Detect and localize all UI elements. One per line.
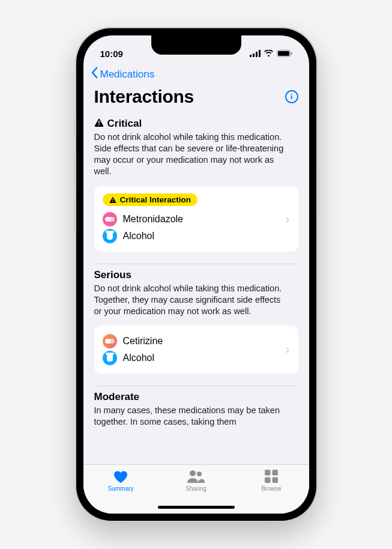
chevron-left-icon xyxy=(91,67,98,82)
medication-name: Alcohol xyxy=(123,231,154,241)
svg-point-10 xyxy=(112,201,113,201)
svg-point-8 xyxy=(98,124,100,126)
tab-summary[interactable]: Summary xyxy=(83,469,158,514)
info-icon: i xyxy=(291,92,293,102)
medication-row: Cetirizine xyxy=(103,333,286,350)
svg-rect-3 xyxy=(259,50,261,57)
interaction-card[interactable]: Critical Interaction Metronidazole Alcoh… xyxy=(94,186,298,252)
battery-icon xyxy=(277,49,292,59)
svg-rect-6 xyxy=(291,52,292,55)
svg-rect-9 xyxy=(112,198,113,201)
medication-row: Alcohol xyxy=(103,228,286,244)
interaction-card[interactable]: Cetirizine Alcohol › xyxy=(94,326,298,374)
section-heading: Serious xyxy=(94,269,131,281)
chevron-right-icon: › xyxy=(286,342,290,356)
svg-rect-0 xyxy=(250,55,252,57)
volume-up xyxy=(74,154,76,189)
section-description: In many cases, these medications may be … xyxy=(94,405,298,428)
section-description: Do not drink alcohol while taking this m… xyxy=(94,132,298,178)
screen: 10:09 Medications Interactions xyxy=(83,35,309,514)
phone-frame: 10:09 Medications Interactions xyxy=(76,28,316,521)
svg-point-11 xyxy=(190,470,196,476)
home-indicator[interactable] xyxy=(158,506,235,509)
tab-label: Sharing xyxy=(185,485,206,492)
power-button xyxy=(316,163,319,219)
nav-back[interactable]: Medications xyxy=(83,64,309,85)
info-button[interactable]: i xyxy=(285,90,298,103)
svg-point-12 xyxy=(197,472,202,476)
badge-label: Critical Interaction xyxy=(120,195,191,204)
svg-rect-14 xyxy=(272,470,278,476)
critical-badge: Critical Interaction xyxy=(103,193,198,206)
volume-down xyxy=(74,198,76,232)
section-heading: Critical xyxy=(107,118,142,130)
section-description: Do not drink alcohol while taking this m… xyxy=(94,283,298,317)
tab-browse[interactable]: Browse xyxy=(234,469,309,514)
content: Interactions i Critical Do not drink alc… xyxy=(83,85,309,477)
people-icon xyxy=(186,469,205,484)
medication-name: Metronidazole xyxy=(123,214,184,225)
pill-icon xyxy=(103,334,117,348)
svg-rect-15 xyxy=(265,478,271,484)
tab-bar: Summary Sharing Browse xyxy=(83,464,309,514)
status-time: 10:09 xyxy=(100,49,123,59)
glass-icon xyxy=(103,229,117,243)
svg-rect-13 xyxy=(265,470,271,476)
mute-switch xyxy=(74,118,76,136)
tab-label: Summary xyxy=(108,485,134,492)
notch xyxy=(151,35,241,55)
wifi-icon xyxy=(264,49,274,59)
medication-name: Cetirizine xyxy=(123,336,163,347)
heart-icon xyxy=(113,469,128,484)
section-serious: Serious Do not drink alcohol while takin… xyxy=(94,264,298,386)
pill-icon xyxy=(103,212,117,226)
section-critical: Critical Do not drink alcohol while taki… xyxy=(94,113,298,264)
chevron-right-icon: › xyxy=(286,212,290,226)
svg-rect-7 xyxy=(98,121,100,124)
medication-row: Metronidazole xyxy=(103,211,286,228)
section-moderate: Moderate In many cases, these medication… xyxy=(94,386,298,428)
status-indicators xyxy=(250,49,292,59)
medication-row: Alcohol xyxy=(103,350,286,366)
page-title: Interactions xyxy=(94,86,194,107)
svg-rect-16 xyxy=(272,478,278,484)
glass-icon xyxy=(103,351,117,365)
section-heading: Moderate xyxy=(94,391,140,403)
cellular-icon xyxy=(250,49,261,59)
nav-back-label: Medications xyxy=(100,68,155,80)
svg-rect-2 xyxy=(256,52,258,57)
svg-rect-5 xyxy=(278,51,289,56)
warning-icon xyxy=(94,118,104,130)
svg-rect-1 xyxy=(253,53,255,57)
grid-icon xyxy=(265,469,278,484)
medication-name: Alcohol xyxy=(123,353,154,363)
tab-label: Browse xyxy=(261,485,281,492)
